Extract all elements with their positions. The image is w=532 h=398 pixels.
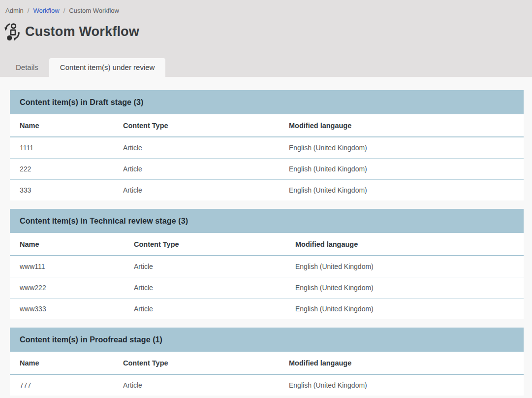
table-row: www111ArticleEnglish (United Kingdom) [10, 256, 524, 277]
table-cell: Article [124, 256, 285, 277]
table-cell: www333 [10, 298, 124, 319]
column-header-content-type: Content Type [113, 352, 279, 374]
table-cell: Article [124, 298, 285, 319]
table-row: 333ArticleEnglish (United Kingdom) [10, 179, 524, 200]
table-cell: English (United Kingdom) [285, 298, 524, 319]
breadcrumb: Admin/Workflow/Custom Workflow [0, 0, 532, 15]
stage-section: Content item(s) in Draft stage (3) NameC… [10, 90, 524, 200]
table-cell: 777 [10, 374, 113, 396]
table-row: 777ArticleEnglish (United Kingdom) [10, 374, 524, 396]
stage-section-header: Content item(s) in Technical review stag… [10, 209, 524, 233]
table-cell: www111 [10, 256, 124, 277]
table-cell: Article [113, 179, 279, 200]
workflow-icon [4, 23, 21, 41]
table-row: www333ArticleEnglish (United Kingdom) [10, 298, 524, 319]
breadcrumb-item-workflow[interactable]: Workflow [33, 7, 59, 14]
column-header-name: Name [10, 233, 124, 256]
table-cell: Article [124, 277, 285, 298]
column-header-name: Name [10, 114, 113, 137]
table-cell: English (United Kingdom) [279, 374, 524, 396]
header-band: Admin/Workflow/Custom Workflow Custom Wo… [0, 0, 532, 77]
table-cell: English (United Kingdom) [279, 158, 524, 179]
stage-table: NameContent TypeModified langauge www111… [10, 233, 524, 319]
table-row: www222ArticleEnglish (United Kingdom) [10, 277, 524, 298]
stage-section: Content item(s) in Technical review stag… [10, 209, 524, 319]
stage-table: NameContent TypeModified langauge 1111Ar… [10, 114, 524, 200]
table-header-row: NameContent TypeModified langauge [10, 352, 524, 374]
stage-section-header: Content item(s) in Proofread stage (1) [10, 328, 524, 352]
tab-details[interactable]: Details [5, 58, 49, 77]
column-header-content-type: Content Type [124, 233, 285, 256]
column-header-content-type: Content Type [113, 114, 279, 137]
table-header-row: NameContent TypeModified langauge [10, 233, 524, 256]
table-cell: 1111 [10, 137, 113, 158]
stage-section-title: Content item(s) in Draft stage (3) [20, 98, 143, 107]
breadcrumb-separator: / [28, 7, 30, 14]
stage-section: Content item(s) in Proofread stage (1) N… [10, 328, 524, 396]
content-panel: Content item(s) in Draft stage (3) NameC… [0, 77, 532, 396]
breadcrumb-separator: / [63, 7, 65, 14]
stage-table: NameContent TypeModified langauge 777Art… [10, 352, 524, 396]
table-header-row: NameContent TypeModified langauge [10, 114, 524, 137]
table-cell: Article [113, 137, 279, 158]
table-cell: English (United Kingdom) [279, 179, 524, 200]
tab-content-item-s-under-review[interactable]: Content item(s) under review [49, 58, 166, 77]
stage-section-title: Content item(s) in Technical review stag… [20, 217, 188, 226]
table-cell: 222 [10, 158, 113, 179]
column-header-modified-langauge: Modified langauge [279, 114, 524, 137]
column-header-name: Name [10, 352, 113, 374]
table-cell: English (United Kingdom) [285, 256, 524, 277]
table-row: 1111ArticleEnglish (United Kingdom) [10, 137, 524, 158]
title-row: Custom Workflow [4, 23, 532, 41]
breadcrumb-item-custom-workflow: Custom Workflow [69, 7, 119, 14]
stage-section-header: Content item(s) in Draft stage (3) [10, 90, 524, 114]
table-cell: Article [113, 374, 279, 396]
column-header-modified-langauge: Modified langauge [279, 352, 524, 374]
table-cell: Article [113, 158, 279, 179]
table-row: 222ArticleEnglish (United Kingdom) [10, 158, 524, 179]
tab-bar: DetailsContent item(s) under review [5, 58, 165, 77]
breadcrumb-item-admin: Admin [5, 7, 24, 14]
table-cell: English (United Kingdom) [285, 277, 524, 298]
table-cell: www222 [10, 277, 124, 298]
page-title: Custom Workflow [25, 24, 139, 39]
column-header-modified-langauge: Modified langauge [285, 233, 524, 256]
stage-section-title: Content item(s) in Proofread stage (1) [20, 335, 162, 344]
table-cell: 333 [10, 179, 113, 200]
table-cell: English (United Kingdom) [279, 137, 524, 158]
